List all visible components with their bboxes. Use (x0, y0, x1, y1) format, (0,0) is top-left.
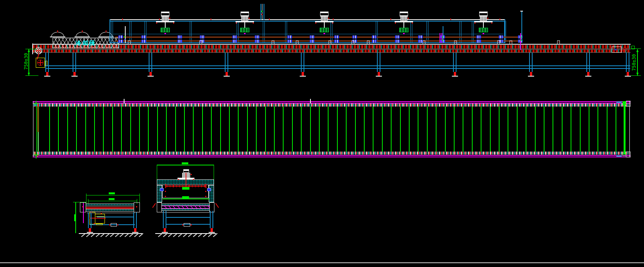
plan-roller (265, 107, 266, 152)
ev-dim-text-blob (182, 162, 188, 164)
leg-line-right (380, 53, 380, 72)
ev-motor-red-dot (191, 174, 192, 175)
rail-roller (255, 40, 259, 43)
plan-bottom-border-a (33, 155, 631, 156)
leg-foot (46, 72, 48, 76)
support-leg (133, 212, 137, 234)
support-leg (529, 53, 533, 77)
sv-center-piece (111, 223, 117, 227)
motor-shaft (403, 22, 404, 28)
plan-roller (121, 107, 122, 152)
leg-cross-rail-upper (45, 65, 630, 66)
plan-roller (85, 107, 86, 152)
motor-cap (320, 12, 329, 17)
mount-tick-left (156, 22, 157, 24)
right-dim-arrow-down (636, 73, 639, 75)
plan-roller (427, 107, 428, 152)
sv-dim-ext-a (86, 194, 86, 203)
rail-roller (178, 40, 182, 43)
tensioner-dot (353, 42, 354, 42)
rail-roller (476, 40, 481, 43)
chain-tensioner (272, 40, 274, 45)
ev-dim-ext-a (157, 165, 157, 179)
ev-chamber-dot-d (205, 196, 206, 197)
plan-roller (328, 107, 329, 152)
support-leg (586, 53, 590, 77)
drive-wheel-cross-v (38, 47, 39, 54)
ev-center-green-box (182, 187, 189, 190)
enclosure-post (376, 21, 378, 42)
plan-border-tick (310, 99, 311, 103)
chain-tensioner (128, 40, 131, 45)
sensor-post-3-magenta (520, 33, 521, 50)
sensor-post-1-green-dot (124, 36, 125, 37)
rail-roller (418, 40, 423, 43)
leg-base-plate (224, 76, 230, 77)
mount-tick-right (412, 22, 413, 24)
motor-cap (400, 12, 408, 17)
plan-roller (49, 107, 50, 152)
motor-gearbox (240, 28, 249, 32)
sensor-post-2-magenta-a (440, 33, 440, 43)
plan-roller (247, 107, 248, 152)
plan-roller (76, 107, 77, 152)
enclosure-left-edge (110, 19, 110, 43)
mount-tick-left (395, 22, 396, 24)
rail-roller (476, 35, 481, 38)
ev-chamber-dot-a (165, 191, 166, 192)
motor-unit (395, 12, 413, 35)
support-leg (149, 53, 152, 77)
mount-tick-right (173, 22, 174, 24)
chain-band-upper (33, 45, 631, 48)
plan-roller (211, 107, 212, 152)
pulley-spoke-v (40, 60, 41, 65)
plan-border-tick (124, 99, 124, 103)
plan-roller (355, 107, 356, 152)
plan-chain-bottom (34, 152, 629, 155)
support-leg (88, 212, 91, 234)
fan-dome-base (75, 37, 90, 37)
sv-belt-red-a (86, 207, 134, 208)
plan-roller (445, 107, 446, 152)
motor-body (321, 17, 328, 21)
motor-body (480, 17, 487, 21)
ev-support-diag-left (152, 203, 156, 208)
motor-red-dot (328, 18, 329, 19)
rail-roller (141, 35, 146, 38)
plan-roller (256, 107, 257, 152)
vent-duct-red-dot (261, 14, 262, 15)
right-dim-ext-top (631, 48, 641, 49)
leg-base-plate (376, 76, 382, 77)
ev-lower-green-blob (182, 196, 189, 199)
sv-dim-line-inner (88, 201, 137, 201)
motor-unit (474, 12, 493, 35)
rail-roller (287, 40, 292, 43)
tensioner-dot (201, 42, 201, 42)
sv-right-bracket (134, 202, 140, 212)
red-tick (211, 18, 211, 20)
plan-fitting-tr (616, 102, 622, 103)
sv-dim-line-outer (86, 195, 140, 195)
chain-tensioner (367, 40, 370, 45)
leg-foot (164, 228, 166, 232)
support-leg (626, 53, 629, 77)
mount-tick-right (332, 22, 333, 24)
enclosure-post (263, 21, 265, 42)
leg-line-right (136, 212, 137, 228)
roller-rail-upper (115, 37, 520, 38)
sv-belt-bottom-strip (86, 209, 134, 212)
leg-foot (226, 72, 228, 76)
mount-tick-right (253, 22, 254, 24)
vent-duct-center-line (262, 4, 262, 20)
left-dim-ext-bottom (25, 75, 38, 76)
plan-top-border-a (33, 101, 631, 102)
plan-roller (526, 107, 526, 152)
right-dim-arrow-up (636, 49, 639, 52)
plan-roller (607, 107, 607, 152)
motor-red-dot (249, 18, 250, 19)
leg-foot (587, 72, 589, 76)
plan-roller (238, 107, 239, 152)
cad-canvas[interactable]: 冷却段 (0, 0, 644, 267)
plan-roller (481, 107, 481, 152)
rail-roller (141, 40, 146, 43)
